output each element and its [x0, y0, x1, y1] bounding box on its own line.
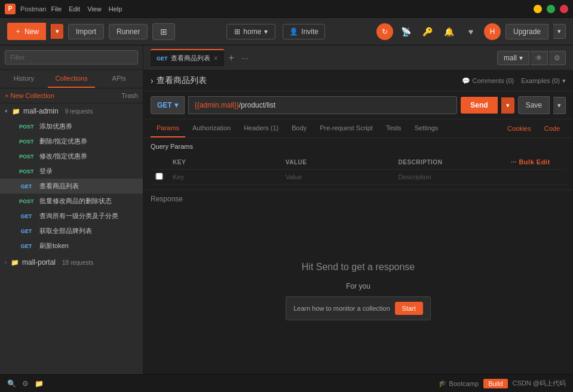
nav-tab-tests[interactable]: Tests: [380, 120, 407, 137]
send-button[interactable]: Send: [461, 97, 497, 114]
list-item[interactable]: POST 修改/指定优惠券: [0, 149, 143, 164]
row-checkbox[interactable]: [155, 173, 163, 180]
environment-select[interactable]: mall ▾: [497, 51, 529, 65]
examples-button[interactable]: Examples (0) ▾: [521, 77, 566, 85]
method-badge-get: GET: [17, 213, 36, 220]
menu-file[interactable]: File: [51, 5, 62, 13]
list-item[interactable]: POST 登录: [0, 164, 143, 179]
new-dropdown-arrow[interactable]: ▾: [51, 24, 63, 39]
start-button[interactable]: Start: [395, 302, 423, 315]
chevron-down-icon: ▾: [5, 108, 8, 114]
close-button[interactable]: [560, 5, 568, 13]
tab-close-icon[interactable]: ✕: [213, 55, 218, 62]
upgrade-arrow[interactable]: ▾: [553, 24, 566, 39]
list-item[interactable]: POST 删除/指定优惠券: [0, 134, 143, 149]
save-button[interactable]: Save: [518, 96, 550, 114]
save-dropdown-arrow[interactable]: ▾: [553, 97, 566, 114]
app-logo: P: [5, 4, 16, 14]
method-chevron-icon: ▾: [174, 101, 178, 109]
bootcamp-badge[interactable]: 🎓 Bootcamp: [439, 379, 479, 387]
trash-button[interactable]: Trash: [121, 92, 138, 99]
list-item[interactable]: GET 刷新token: [0, 238, 143, 253]
key-cell: [168, 170, 281, 185]
env-settings-button[interactable]: ⚙: [549, 51, 566, 65]
upgrade-button[interactable]: Upgrade: [505, 24, 549, 39]
folder-status-icon[interactable]: 📁: [35, 379, 44, 388]
send-dropdown-arrow[interactable]: ▾: [501, 97, 514, 114]
minimize-button[interactable]: [534, 5, 542, 13]
bell-icon[interactable]: 🔔: [441, 23, 458, 40]
cookies-link[interactable]: Cookies: [501, 120, 537, 137]
more-options-icon[interactable]: ···: [511, 159, 517, 166]
heart-icon[interactable]: ♥: [462, 23, 479, 40]
request-nav: Params Authorization Headers (1) Body Pr…: [143, 120, 573, 138]
value-input[interactable]: [286, 173, 389, 180]
menu-help[interactable]: Help: [109, 5, 122, 13]
new-collection-button[interactable]: + New Collection: [5, 92, 54, 99]
menu-edit[interactable]: Edit: [69, 5, 80, 13]
sidebar-tabs: History Collections APIs: [0, 70, 143, 88]
request-name: 修改/指定优惠券: [39, 152, 87, 161]
code-link[interactable]: Code: [538, 120, 566, 137]
request-name: 查询所有一级分类及子分类: [39, 212, 118, 220]
sidebar-tab-apis[interactable]: APIs: [95, 70, 143, 88]
statusbar-right: 🎓 Bootcamp Build CSDN @码上代码: [439, 379, 566, 388]
tab-name: 查看商品列表: [171, 54, 210, 63]
more-tabs-button[interactable]: ···: [239, 53, 251, 63]
nav-tab-headers[interactable]: Headers (1): [238, 120, 284, 137]
search-status-icon[interactable]: 🔍: [7, 379, 16, 388]
new-button[interactable]: ＋ New: [7, 23, 46, 40]
settings-status-icon[interactable]: ⚙: [22, 379, 29, 388]
value-cell: [281, 170, 394, 185]
add-tab-button[interactable]: +: [226, 53, 237, 63]
key-icon[interactable]: 🔑: [419, 23, 436, 40]
nav-tab-body[interactable]: Body: [286, 120, 312, 137]
request-tab-active[interactable]: GET 查看商品列表 ✕: [151, 49, 224, 66]
chevron-icon: ›: [151, 76, 154, 85]
list-item[interactable]: GET 获取全部品牌列表: [0, 223, 143, 238]
nav-tab-params[interactable]: Params: [151, 120, 185, 137]
request-title: › 查看商品列表: [151, 75, 207, 86]
list-item[interactable]: GET 查看商品列表: [0, 179, 143, 194]
collection-count-mall-admin: 9 requests: [65, 108, 93, 115]
search-input[interactable]: [5, 50, 138, 65]
build-button[interactable]: Build: [483, 379, 507, 388]
env-eye-button[interactable]: 👁: [531, 51, 548, 65]
satellite-icon[interactable]: 📡: [398, 23, 415, 40]
maximize-button[interactable]: [547, 5, 555, 13]
request-url-bar: GET ▾ {{admin.mall}}/product/list Send ▾…: [143, 91, 573, 120]
sidebar-tab-history[interactable]: History: [0, 70, 48, 88]
list-item[interactable]: GET 查询所有一级分类及子分类: [0, 209, 143, 223]
nav-tab-authorization[interactable]: Authorization: [186, 120, 237, 137]
params-section: Query Params KEY VALUE DESCRIPTION ··· B…: [143, 138, 573, 189]
request-name: 登录: [39, 167, 53, 176]
list-item[interactable]: POST 添加优惠券: [0, 119, 143, 134]
method-select[interactable]: GET ▾: [151, 96, 185, 114]
collection-header-mall-admin[interactable]: ▾ 📁 mall-admin 9 requests: [0, 103, 143, 119]
home-button[interactable]: ⊞ home ▾: [226, 24, 275, 39]
user-avatar[interactable]: H: [484, 23, 501, 40]
menu-view[interactable]: View: [87, 5, 102, 13]
import-button[interactable]: Import: [68, 24, 104, 39]
invite-button[interactable]: 👤 Invite: [283, 24, 325, 39]
method-badge-post: POST: [17, 123, 36, 130]
sidebar-tab-collections[interactable]: Collections: [48, 70, 96, 88]
nav-tab-pre-request[interactable]: Pre-request Script: [314, 120, 379, 137]
promo-card: Learn how to monitor a collection Start: [286, 296, 431, 320]
request-name: 刷新token: [39, 241, 69, 250]
comments-button[interactable]: 💬 Comments (0): [462, 77, 514, 85]
list-item[interactable]: POST 批量修改商品的删除状态: [0, 194, 143, 209]
method-label: GET: [157, 101, 172, 109]
layout-button[interactable]: ⊞: [152, 23, 175, 40]
bulk-edit-button[interactable]: Bulk Edit: [519, 158, 550, 166]
collection-name-mall-portal: mall-portal: [22, 258, 56, 267]
request-area: › 查看商品列表 💬 Comments (0) Examples (0) ▾: [143, 71, 573, 374]
sync-button[interactable]: ↻: [376, 23, 393, 40]
nav-tab-settings[interactable]: Settings: [409, 120, 445, 137]
url-input[interactable]: {{admin.mall}}/product/list: [188, 96, 458, 114]
collection-header-mall-portal[interactable]: › 📁 mall-portal 18 requests: [0, 255, 143, 270]
runner-button[interactable]: Runner: [109, 24, 148, 39]
description-input[interactable]: [399, 173, 502, 180]
method-badge-post: POST: [17, 138, 36, 145]
key-input[interactable]: [173, 173, 276, 180]
